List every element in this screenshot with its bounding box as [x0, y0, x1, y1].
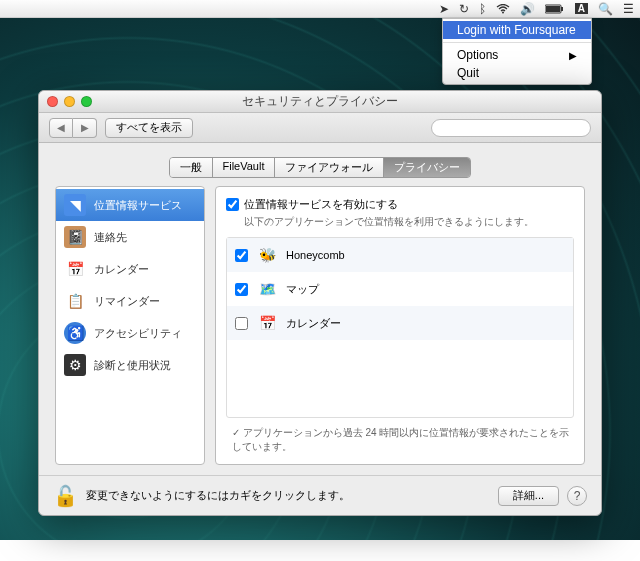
enable-location-checkbox[interactable] [226, 198, 239, 211]
honeycomb-icon: 🐝 [256, 244, 278, 266]
enable-location-desc: 以下のアプリケーションで位置情報を利用できるようにします。 [244, 215, 574, 229]
maps-icon: 🗺️ [256, 278, 278, 300]
app-checkbox[interactable] [235, 249, 248, 262]
advanced-button[interactable]: 詳細... [498, 486, 559, 506]
reminders-icon: 📋 [64, 290, 86, 312]
tab-firewall[interactable]: ファイアウォール [275, 158, 384, 177]
app-name: マップ [286, 282, 319, 297]
menu-separator [443, 42, 591, 43]
tab-general[interactable]: 一般 [170, 158, 213, 177]
location-services-icon: ◥ [64, 194, 86, 216]
tab-privacy[interactable]: プライバシー [384, 158, 470, 177]
main-panel: 位置情報サービスを有効にする 以下のアプリケーションで位置情報を利用できるように… [215, 186, 585, 465]
accessibility-icon: ♿ [64, 322, 86, 344]
contacts-icon: 📓 [64, 226, 86, 248]
app-menu-dropdown: Login with Foursquare Options▶ Quit [442, 18, 592, 85]
app-item-honeycomb[interactable]: 🐝 Honeycomb [227, 238, 573, 272]
window-title: セキュリティとプライバシー [39, 93, 601, 110]
lock-text: 変更できないようにするにはカギをクリックします。 [86, 488, 350, 503]
svg-rect-2 [561, 7, 563, 11]
input-icon[interactable]: A [575, 3, 588, 14]
toolbar: ◀ ▶ すべてを表示 [39, 113, 601, 143]
sidebar-item-diagnostics[interactable]: ⚙診断と使用状況 [56, 349, 204, 381]
forward-button[interactable]: ▶ [73, 118, 97, 138]
svg-point-0 [502, 11, 504, 13]
menu-options[interactable]: Options▶ [443, 46, 591, 64]
window-footer: 🔓 変更できないようにするにはカギをクリックします。 詳細... ? [39, 475, 601, 515]
app-item-maps[interactable]: 🗺️ マップ [227, 272, 573, 306]
battery-icon[interactable] [545, 4, 565, 14]
notification-icon[interactable]: ☰ [623, 2, 634, 16]
tab-bar: 一般 FileVault ファイアウォール プライバシー [39, 157, 601, 178]
bluetooth-icon[interactable]: ᛒ [479, 2, 486, 16]
app-item-calendar[interactable]: 📅 カレンダー [227, 306, 573, 340]
lock-icon[interactable]: 🔓 [53, 484, 78, 508]
menu-login-foursquare[interactable]: Login with Foursquare [443, 21, 591, 39]
svg-rect-3 [546, 6, 560, 12]
sync-icon[interactable]: ↻ [459, 2, 469, 16]
app-list: 🐝 Honeycomb 🗺️ マップ 📅 カレンダー [226, 237, 574, 418]
location-icon[interactable]: ➤ [439, 2, 449, 16]
volume-icon[interactable]: 🔊 [520, 2, 535, 16]
sidebar-item-calendar[interactable]: 📅カレンダー [56, 253, 204, 285]
calendar-app-icon: 📅 [256, 312, 278, 334]
app-name: カレンダー [286, 316, 341, 331]
app-name: Honeycomb [286, 249, 345, 261]
sidebar-item-accessibility[interactable]: ♿アクセシビリティ [56, 317, 204, 349]
app-checkbox[interactable] [235, 317, 248, 330]
tab-filevault[interactable]: FileVault [213, 158, 276, 177]
sidebar-item-location[interactable]: ◥位置情報サービス [56, 189, 204, 221]
spotlight-icon[interactable]: 🔍 [598, 2, 613, 16]
titlebar[interactable]: セキュリティとプライバシー [39, 91, 601, 113]
app-checkbox[interactable] [235, 283, 248, 296]
menubar: ➤ ↻ ᛒ 🔊 A 🔍 ☰ [0, 0, 640, 18]
calendar-icon: 📅 [64, 258, 86, 280]
privacy-sidebar: ◥位置情報サービス 📓連絡先 📅カレンダー 📋リマインダー ♿アクセシビリティ … [55, 186, 205, 465]
diagnostics-icon: ⚙ [64, 354, 86, 376]
submenu-arrow-icon: ▶ [569, 50, 577, 61]
enable-location-label: 位置情報サービスを有効にする [244, 197, 398, 212]
sidebar-item-reminders[interactable]: 📋リマインダー [56, 285, 204, 317]
wifi-icon[interactable] [496, 4, 510, 14]
back-button[interactable]: ◀ [49, 118, 73, 138]
search-input[interactable] [431, 119, 591, 137]
preferences-window: セキュリティとプライバシー ◀ ▶ すべてを表示 一般 FileVault ファ… [38, 90, 602, 516]
menu-quit[interactable]: Quit [443, 64, 591, 82]
show-all-button[interactable]: すべてを表示 [105, 118, 193, 138]
help-button[interactable]: ? [567, 486, 587, 506]
sidebar-item-contacts[interactable]: 📓連絡先 [56, 221, 204, 253]
legend-text: ✓ アプリケーションから過去 24 時間以内に位置情報が要求されたことを示してい… [226, 426, 574, 454]
